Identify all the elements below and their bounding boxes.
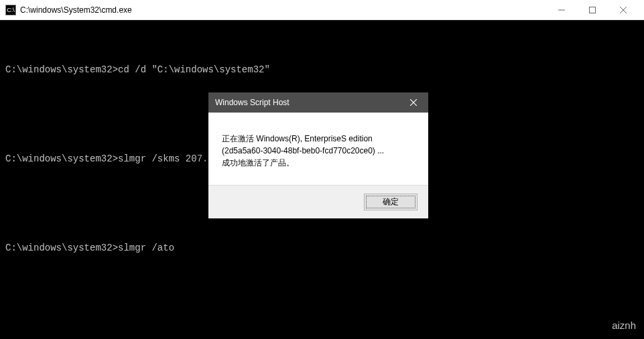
dialog-message-line: 成功地激活了产品。	[222, 157, 415, 169]
window-titlebar: C:\ C:\windows\System32\cmd.exe	[0, 0, 644, 20]
dialog-titlebar[interactable]: Windows Script Host	[208, 92, 428, 113]
close-button[interactable]	[608, 0, 639, 20]
dialog-title: Windows Script Host	[215, 98, 398, 107]
cmd-icon: C:\	[5, 5, 16, 15]
terminal-line: C:\windows\system32>cd /d "C:\windows\sy…	[5, 61, 639, 79]
svg-rect-1	[590, 7, 596, 13]
maximize-button[interactable]	[577, 0, 608, 20]
ok-button[interactable]: 确定	[364, 194, 417, 210]
dialog-message-line: 正在激活 Windows(R), EnterpriseS edition	[222, 133, 415, 145]
watermark-text: aiznh	[612, 316, 636, 336]
script-host-dialog: Windows Script Host 正在激活 Windows(R), Ent…	[208, 92, 428, 218]
dialog-footer: 确定	[208, 185, 428, 218]
dialog-message-line: (2d5a5a60-3040-48bf-beb0-fcd770c20ce0) .…	[222, 145, 415, 157]
terminal-line: C:\windows\system32>slmgr /ato	[5, 239, 639, 257]
dialog-body: 正在激活 Windows(R), EnterpriseS edition (2d…	[208, 113, 428, 185]
minimize-button[interactable]	[546, 0, 577, 20]
dialog-close-button[interactable]	[398, 92, 428, 113]
window-controls	[546, 0, 639, 20]
window-title: C:\windows\System32\cmd.exe	[20, 5, 546, 15]
